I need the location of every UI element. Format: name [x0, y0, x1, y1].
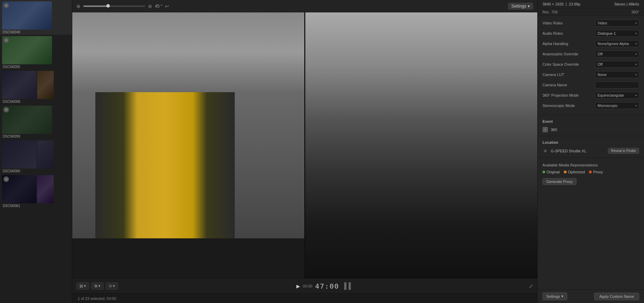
stereo-mode-control[interactable]: Monoscopic ▾: [595, 102, 639, 109]
meta-codec: Rec. 709: [542, 10, 558, 14]
camera-name-row: Camera Name: [538, 80, 644, 90]
clip-label-dscn0055: DSCN0055: [2, 65, 70, 69]
clip-appearance-button[interactable]: ▤ ▾: [76, 282, 89, 290]
building-scene: [72, 12, 304, 278]
colorspace-override-row: Color Space Override Off ▾: [538, 59, 644, 69]
inspector-settings-dropdown-button[interactable]: Settings ▾: [542, 292, 567, 300]
audio-roles-control[interactable]: Dialogue-1 ▾: [595, 30, 639, 37]
360-button[interactable]: ⊙ ▾: [106, 282, 118, 290]
resolution-value: 3840 × 1920: [542, 2, 563, 6]
transform-button[interactable]: ⊞ ▾: [91, 282, 104, 290]
video-panel-right[interactable]: [305, 12, 537, 278]
360-icon: ⊙: [109, 284, 112, 288]
inspector-codec: Rec. 709 360°: [538, 9, 644, 16]
clip-item-dscn0055[interactable]: ⚙ DSCN0055: [0, 35, 72, 69]
fullscreen-button[interactable]: ⤢: [529, 283, 533, 289]
viewer-main: [72, 12, 537, 278]
projection-mode-label: 360° Projection Mode: [542, 93, 592, 97]
viewer-tool-icon-1[interactable]: ⊕: [76, 3, 81, 9]
scrubber-handle: [106, 4, 110, 8]
projection-mode-control[interactable]: Equirectangular ▾: [595, 92, 639, 99]
clip-label-dscn0059: DSCN0059: [2, 134, 70, 138]
optimized-indicator: Optimized: [564, 170, 585, 174]
bottom-right-tools: ⤢: [529, 283, 533, 289]
clip-thumb-dscn0055: ⚙: [2, 36, 52, 64]
play-button[interactable]: ▶: [296, 283, 300, 289]
divider-1: [538, 115, 644, 115]
clip-gear-icon-dscn0059: ⚙: [3, 107, 9, 112]
location-name: G-SPEED Shuttle XL: [551, 149, 605, 153]
meta-audio: Stereo | 48kHz: [614, 2, 639, 6]
alpha-handling-label: Alpha Handling: [542, 42, 592, 46]
undo-icon[interactable]: ↩: [165, 3, 169, 9]
audio-roles-value: Dialogue-1: [598, 31, 616, 35]
video-panel-left[interactable]: [72, 12, 304, 278]
camera-lut-control[interactable]: None ▾: [595, 71, 639, 78]
video-roles-chevron-icon: ▾: [635, 22, 637, 25]
divider-3: [538, 157, 644, 158]
meta-resolution: 3840 × 1920 | 23.98p: [542, 2, 580, 6]
anamorphic-override-label: Anamorphic Override: [542, 52, 592, 56]
inspector-settings-chevron-icon: ▾: [561, 294, 563, 299]
meta-codec2: 360°: [631, 10, 639, 14]
parking-scene: [305, 12, 537, 278]
main-layout: ⚙ DSCN0049 ⚙ DSCN0055 DSCN0058: [0, 0, 644, 303]
clip-thumb-dscn0061-small: [37, 175, 54, 203]
framerate-value: 23.98p: [569, 2, 581, 6]
viewer-settings-label: Settings: [511, 4, 526, 9]
clip-item-dscn0058[interactable]: DSCN0058: [0, 69, 72, 104]
clip-item-dscn0059[interactable]: ⚙ DSCN0059: [0, 104, 72, 139]
clip-item-dscn0049[interactable]: ⚙ DSCN0049: [0, 0, 72, 35]
viewer-toolbar: ⊕ ⊛ 45 ° ↩ Settings ▾: [72, 0, 537, 12]
media-representations-section: Available Media Representations Original…: [538, 160, 644, 188]
event-name: 360: [551, 128, 557, 132]
scrubber-fill: [83, 6, 108, 7]
apply-custom-name-button[interactable]: Apply Custom Name: [594, 293, 639, 300]
colorspace-override-chevron-icon: ▾: [635, 63, 637, 66]
inspector-settings-label: Settings: [546, 294, 560, 299]
clip-gear-icon-dscn0049: ⚙: [3, 3, 9, 8]
audio-roles-row: Audio Roles Dialogue-1 ▾: [538, 28, 644, 39]
generate-proxy-button[interactable]: Generate Proxy: [542, 178, 577, 185]
clip-gear-icon-dscn0055: ⚙: [3, 37, 9, 43]
inspector-panel: 3840 × 1920 | 23.98p Stereo | 48kHz Rec.…: [537, 0, 644, 303]
status-text: 1 of 23 selected, 54:00: [78, 296, 116, 301]
filmstrip: ⚙ DSCN0049 ⚙ DSCN0055 DSCN0058: [0, 0, 72, 303]
colorspace-override-control[interactable]: Off ▾: [595, 61, 639, 68]
viewer-area: ⊕ ⊛ 45 ° ↩ Settings ▾: [72, 0, 537, 303]
inspector-rows: Video Roles Video ▾ Audio Roles Dialogue…: [538, 16, 644, 113]
viewer-tool-icon-2[interactable]: ⊛: [148, 3, 152, 9]
clip-appearance-chevron: ▾: [84, 284, 86, 288]
stereo-mode-chevron-icon: ▾: [635, 104, 637, 107]
location-section-title: Location: [542, 140, 558, 144]
location-grid-icon: ⊞: [542, 148, 548, 154]
viewer-settings-button[interactable]: Settings ▾: [508, 3, 533, 10]
projection-mode-row: 360° Projection Mode Equirectangular ▾: [538, 90, 644, 100]
stereo-mode-value: Monoscopic: [598, 104, 618, 108]
projection-mode-value: Equirectangular: [598, 93, 624, 97]
viewer-scrubber[interactable]: [83, 6, 145, 7]
timecode-main: 47:00: [315, 282, 339, 290]
camera-name-label: Camera Name: [542, 83, 592, 87]
proxy-indicator: Proxy: [589, 170, 603, 174]
clip-item-dscn0060[interactable]: DSCN0060: [0, 139, 72, 174]
reveal-in-finder-button[interactable]: Reveal in Finder: [608, 148, 639, 154]
video-roles-label: Video Roles: [542, 21, 592, 25]
camera-name-input[interactable]: [595, 82, 639, 88]
clip-thumb-dscn0059: ⚙: [2, 106, 52, 134]
anamorphic-override-control[interactable]: Off ▾: [595, 51, 639, 57]
clip-item-dscn0061[interactable]: ⚙ DSCN0061: [0, 174, 72, 208]
video-roles-row: Video Roles Video ▾: [538, 18, 644, 28]
event-section-header: Event: [538, 117, 644, 126]
clip-thumb-dscn0049: ⚙: [2, 1, 52, 30]
divider-2: [538, 136, 644, 136]
inspector-bottom-toolbar: Settings ▾ Apply Custom Name: [538, 292, 644, 300]
alpha-handling-control[interactable]: None/Ignore Alpha ▾: [595, 40, 639, 47]
video-roles-control[interactable]: Video ▾: [595, 20, 639, 26]
location-row: ⊞ G-SPEED Shuttle XL Reveal in Finder: [538, 147, 644, 155]
location-section-header: Location: [538, 138, 644, 147]
bottom-left-tools: ▤ ▾ ⊞ ▾ ⊙ ▾: [76, 282, 118, 290]
clip-gear-icon-dscn0061: ⚙: [3, 176, 9, 182]
media-rep-title: Available Media Representations: [542, 163, 639, 167]
playback-bars: ▐▐: [342, 282, 351, 290]
